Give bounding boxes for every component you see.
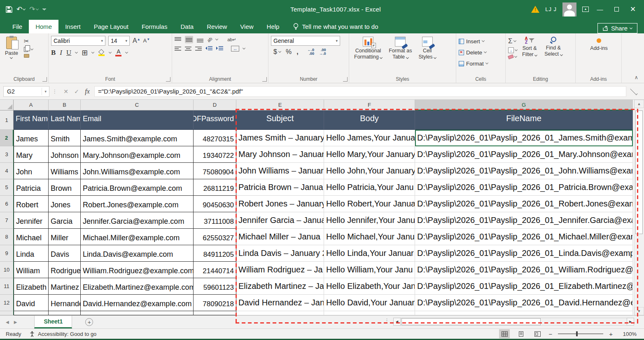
cell-G12[interactable]: D:\Payslip\2026_01\Payslip_2026_01_David…: [415, 295, 633, 311]
row-header-7[interactable]: 7: [0, 212, 14, 229]
fill-color-button[interactable]: [98, 49, 105, 56]
share-button[interactable]: Share: [597, 23, 637, 33]
row-header-12[interactable]: 12: [0, 295, 14, 311]
cell-A8[interactable]: Michael: [14, 229, 49, 245]
cell-D3[interactable]: 19340722: [194, 146, 236, 163]
cell-D10[interactable]: 21440714: [194, 262, 236, 278]
cell-C3[interactable]: Mary.Johnson@example.com: [81, 146, 194, 163]
align-center-icon[interactable]: [185, 46, 191, 52]
bottom-align-icon[interactable]: [197, 37, 203, 42]
cell-B12[interactable]: Hernandez: [49, 295, 81, 311]
cell-G11[interactable]: D:\Payslip\2026_01\Payslip_2026_01_Eliza…: [415, 278, 633, 295]
user-initials[interactable]: LJ J: [545, 6, 557, 12]
col-header-B[interactable]: B: [49, 100, 81, 110]
tab-review[interactable]: Review: [200, 20, 233, 33]
cell-D8[interactable]: 62550327: [194, 229, 236, 245]
warning-icon[interactable]: !: [531, 6, 539, 13]
cell-A10[interactable]: William: [14, 262, 49, 278]
orientation-button[interactable]: ab: [206, 36, 213, 43]
delete-cells-button[interactable]: Delete: [459, 48, 504, 57]
prev-sheet-button[interactable]: ◀: [6, 320, 9, 324]
cell-C4[interactable]: John.Williams@example.com: [81, 163, 194, 179]
normal-view-button[interactable]: [499, 329, 510, 338]
cell-B5[interactable]: Brown: [49, 179, 81, 196]
page-break-preview-button[interactable]: [532, 329, 543, 338]
cell-A4[interactable]: John: [14, 163, 49, 179]
decrease-indent-icon[interactable]: [205, 46, 212, 52]
clear-button[interactable]: [508, 55, 517, 59]
cell-C11[interactable]: Elizabeth.Martinez@example.com: [81, 278, 194, 295]
addins-button[interactable]: Add-ins: [578, 36, 620, 75]
minimize-button[interactable]: —: [595, 6, 605, 13]
cell-D11[interactable]: 59601123: [194, 278, 236, 295]
cancel-entry-button[interactable]: ✕: [61, 88, 71, 95]
col-header-E[interactable]: E: [236, 100, 324, 110]
cell-E10[interactable]: William Rodriguez – Ja: [236, 262, 324, 278]
undo-button[interactable]: ↶: [16, 5, 25, 14]
name-box[interactable]: G2▾: [3, 86, 49, 97]
cell-D12[interactable]: 78090218: [194, 295, 236, 311]
row-header-4[interactable]: 4: [0, 163, 14, 179]
cell-E12[interactable]: David Hernandez – Jan: [236, 295, 324, 311]
cell-B7[interactable]: Garcia: [49, 212, 81, 229]
comma-style-button[interactable]: ,: [296, 48, 298, 56]
redo-dropdown-icon[interactable]: [35, 7, 38, 10]
cell-F3[interactable]: Hello Mary,Your January: [324, 146, 415, 163]
horizontal-scrollbar[interactable]: ◀ ▶: [393, 318, 634, 326]
row-header-2[interactable]: 2: [0, 130, 14, 146]
undo-dropdown-icon[interactable]: [23, 7, 26, 10]
col-header-D[interactable]: D: [194, 100, 236, 110]
tell-me-box[interactable]: Tell me what you want to do: [293, 20, 378, 33]
wrap-text-button[interactable]: ab↵: [227, 37, 236, 42]
zoom-level[interactable]: 100%: [618, 331, 637, 337]
cell-D5[interactable]: 26811219: [194, 179, 236, 196]
cell-A11[interactable]: Elizabeth: [14, 278, 49, 295]
cell-A7[interactable]: Jennifer: [14, 212, 49, 229]
cell-A2[interactable]: James: [14, 130, 49, 146]
cell-B10[interactable]: Rodriguez: [49, 262, 81, 278]
row-header-5[interactable]: 5: [0, 179, 14, 196]
font-size-combobox[interactable]: 14▾: [108, 36, 130, 46]
select-all-corner[interactable]: [0, 100, 14, 110]
clipboard-dialog-launcher[interactable]: [42, 77, 47, 82]
cut-button[interactable]: ✂: [24, 38, 33, 45]
cell-D2[interactable]: 48270315: [194, 130, 236, 146]
name-box-dropdown-icon[interactable]: ▾: [42, 88, 49, 95]
cell-G7[interactable]: D:\Payslip\2026_01\Payslip_2026_01_Jenni…: [415, 212, 633, 229]
expand-formula-bar-icon[interactable]: [630, 87, 637, 95]
row-header-9[interactable]: 9: [0, 245, 14, 262]
cell-E8[interactable]: Michael Miller – Janua: [236, 229, 324, 245]
increase-decimal-button[interactable]: ←.0 .00: [308, 48, 315, 56]
zoom-slider-thumb[interactable]: [576, 331, 578, 336]
cell-F10[interactable]: Hello William,Your Janu: [324, 262, 415, 278]
cell-C2[interactable]: James.Smith@example.com: [81, 130, 194, 146]
cell-G3[interactable]: D:\Payslip\2026_01\Payslip_2026_01_Mary.…: [415, 146, 633, 163]
cell-G9[interactable]: D:\Payslip\2026_01\Payslip_2026_01_Linda…: [415, 245, 633, 262]
cell-E5[interactable]: Patricia Brown – Janua: [236, 179, 324, 196]
col-header-F[interactable]: F: [324, 100, 415, 110]
borders-dropdown-icon[interactable]: [91, 51, 94, 54]
align-left-icon[interactable]: [175, 46, 181, 52]
cell-G4[interactable]: D:\Payslip\2026_01\Payslip_2026_01_John.…: [415, 163, 633, 179]
scroll-up-button[interactable]: ▲: [634, 100, 644, 108]
customize-qat-button[interactable]: [42, 9, 46, 10]
number-dialog-launcher[interactable]: [343, 77, 348, 82]
cell-G10[interactable]: D:\Payslip\2026_01\Payslip_2026_01_Willi…: [415, 262, 633, 278]
cell-A9[interactable]: Linda: [14, 245, 49, 262]
number-format-combobox[interactable]: General▾: [271, 36, 340, 46]
cell-A5[interactable]: Patricia: [14, 179, 49, 196]
zoom-in-button[interactable]: +: [609, 331, 613, 338]
cell-C12[interactable]: David.Hernandez@example.com: [81, 295, 194, 311]
row-header-8[interactable]: 8: [0, 229, 14, 245]
tab-data[interactable]: Data: [174, 20, 200, 33]
user-avatar[interactable]: [562, 2, 576, 16]
cell-B13[interactable]: [49, 311, 81, 315]
row-header-10[interactable]: 10: [0, 262, 14, 278]
cell-C13[interactable]: [81, 311, 194, 315]
zoom-slider[interactable]: [558, 333, 603, 334]
close-button[interactable]: ✕: [628, 5, 638, 14]
horizontal-scroll-thumb[interactable]: [401, 318, 541, 325]
cell-G1[interactable]: FileName: [415, 110, 633, 130]
col-header-G[interactable]: G: [415, 100, 633, 110]
cell-E2[interactable]: James Smith – January: [236, 130, 324, 146]
